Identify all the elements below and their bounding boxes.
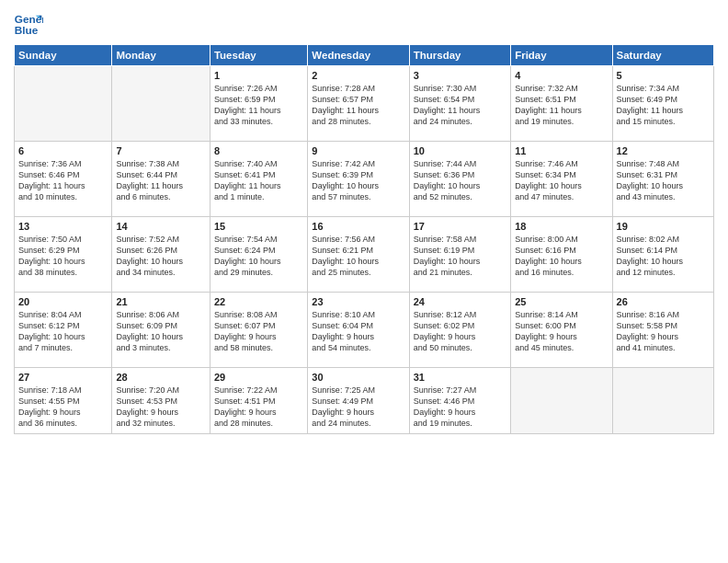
calendar-cell: 8Sunrise: 7:40 AM Sunset: 6:41 PM Daylig… xyxy=(210,142,307,217)
day-detail: Sunrise: 7:46 AM Sunset: 6:34 PM Dayligh… xyxy=(515,158,608,203)
calendar-cell: 6Sunrise: 7:36 AM Sunset: 6:46 PM Daylig… xyxy=(15,142,112,217)
day-number: 26 xyxy=(617,296,710,307)
calendar-cell: 4Sunrise: 7:32 AM Sunset: 6:51 PM Daylig… xyxy=(511,66,612,142)
day-number: 6 xyxy=(18,145,108,156)
day-detail: Sunrise: 7:42 AM Sunset: 6:39 PM Dayligh… xyxy=(312,158,404,203)
day-number: 10 xyxy=(414,145,506,156)
calendar-cell: 27Sunrise: 7:18 AM Sunset: 4:55 PM Dayli… xyxy=(15,368,112,434)
day-number: 12 xyxy=(617,145,710,156)
day-number: 29 xyxy=(214,372,303,383)
dow-header-monday: Monday xyxy=(112,45,210,66)
day-detail: Sunrise: 7:34 AM Sunset: 6:49 PM Dayligh… xyxy=(617,83,710,128)
day-number: 22 xyxy=(214,296,303,307)
day-detail: Sunrise: 7:20 AM Sunset: 4:53 PM Dayligh… xyxy=(116,385,205,430)
calendar-cell: 12Sunrise: 7:48 AM Sunset: 6:31 PM Dayli… xyxy=(612,142,713,217)
logo: General Blue xyxy=(14,9,43,39)
day-number: 30 xyxy=(312,372,404,383)
dow-header-wednesday: Wednesday xyxy=(308,45,409,66)
day-detail: Sunrise: 8:04 AM Sunset: 6:12 PM Dayligh… xyxy=(18,309,108,354)
day-detail: Sunrise: 7:26 AM Sunset: 6:59 PM Dayligh… xyxy=(214,83,303,128)
logo-icon: General Blue xyxy=(14,9,43,39)
day-detail: Sunrise: 8:06 AM Sunset: 6:09 PM Dayligh… xyxy=(116,309,205,354)
calendar-cell: 3Sunrise: 7:30 AM Sunset: 6:54 PM Daylig… xyxy=(409,66,510,142)
day-number: 31 xyxy=(414,372,506,383)
calendar-cell: 17Sunrise: 7:58 AM Sunset: 6:19 PM Dayli… xyxy=(409,217,510,293)
calendar-cell: 23Sunrise: 8:10 AM Sunset: 6:04 PM Dayli… xyxy=(308,293,409,368)
calendar-cell: 16Sunrise: 7:56 AM Sunset: 6:21 PM Dayli… xyxy=(308,217,409,293)
day-detail: Sunrise: 8:02 AM Sunset: 6:14 PM Dayligh… xyxy=(617,234,710,279)
dow-header-friday: Friday xyxy=(511,45,612,66)
day-number: 23 xyxy=(312,296,404,307)
dow-header-sunday: Sunday xyxy=(15,45,112,66)
calendar-cell xyxy=(612,368,713,434)
calendar-cell: 7Sunrise: 7:38 AM Sunset: 6:44 PM Daylig… xyxy=(112,142,210,217)
calendar-cell: 24Sunrise: 8:12 AM Sunset: 6:02 PM Dayli… xyxy=(409,293,510,368)
day-number: 15 xyxy=(214,221,303,232)
calendar-cell: 31Sunrise: 7:27 AM Sunset: 4:46 PM Dayli… xyxy=(409,368,510,434)
day-detail: Sunrise: 8:10 AM Sunset: 6:04 PM Dayligh… xyxy=(312,309,404,354)
day-number: 20 xyxy=(18,296,108,307)
day-number: 16 xyxy=(312,221,404,232)
day-detail: Sunrise: 8:14 AM Sunset: 6:00 PM Dayligh… xyxy=(515,309,608,354)
calendar-cell: 15Sunrise: 7:54 AM Sunset: 6:24 PM Dayli… xyxy=(210,217,307,293)
calendar-cell: 1Sunrise: 7:26 AM Sunset: 6:59 PM Daylig… xyxy=(210,66,307,142)
day-number: 5 xyxy=(617,70,710,81)
day-number: 24 xyxy=(414,296,506,307)
calendar-cell: 29Sunrise: 7:22 AM Sunset: 4:51 PM Dayli… xyxy=(210,368,307,434)
calendar-cell: 28Sunrise: 7:20 AM Sunset: 4:53 PM Dayli… xyxy=(112,368,210,434)
day-number: 28 xyxy=(116,372,205,383)
dow-header-saturday: Saturday xyxy=(612,45,713,66)
calendar-cell: 26Sunrise: 8:16 AM Sunset: 5:58 PM Dayli… xyxy=(612,293,713,368)
day-detail: Sunrise: 7:18 AM Sunset: 4:55 PM Dayligh… xyxy=(18,385,108,430)
day-detail: Sunrise: 7:52 AM Sunset: 6:26 PM Dayligh… xyxy=(116,234,205,279)
day-detail: Sunrise: 8:16 AM Sunset: 5:58 PM Dayligh… xyxy=(617,309,710,354)
dow-header-tuesday: Tuesday xyxy=(210,45,307,66)
day-number: 8 xyxy=(214,145,303,156)
day-number: 17 xyxy=(414,221,506,232)
day-detail: Sunrise: 8:12 AM Sunset: 6:02 PM Dayligh… xyxy=(414,309,506,354)
calendar-cell: 14Sunrise: 7:52 AM Sunset: 6:26 PM Dayli… xyxy=(112,217,210,293)
day-number: 9 xyxy=(312,145,404,156)
calendar-cell: 19Sunrise: 8:02 AM Sunset: 6:14 PM Dayli… xyxy=(612,217,713,293)
day-detail: Sunrise: 7:30 AM Sunset: 6:54 PM Dayligh… xyxy=(414,83,506,128)
calendar-cell: 10Sunrise: 7:44 AM Sunset: 6:36 PM Dayli… xyxy=(409,142,510,217)
calendar-cell: 9Sunrise: 7:42 AM Sunset: 6:39 PM Daylig… xyxy=(308,142,409,217)
calendar-cell: 2Sunrise: 7:28 AM Sunset: 6:57 PM Daylig… xyxy=(308,66,409,142)
day-detail: Sunrise: 7:58 AM Sunset: 6:19 PM Dayligh… xyxy=(414,234,506,279)
dow-header-thursday: Thursday xyxy=(409,45,510,66)
day-number: 25 xyxy=(515,296,608,307)
calendar-cell: 13Sunrise: 7:50 AM Sunset: 6:29 PM Dayli… xyxy=(15,217,112,293)
day-detail: Sunrise: 7:44 AM Sunset: 6:36 PM Dayligh… xyxy=(414,158,506,203)
calendar-cell xyxy=(15,66,112,142)
day-number: 7 xyxy=(116,145,205,156)
calendar-cell: 18Sunrise: 8:00 AM Sunset: 6:16 PM Dayli… xyxy=(511,217,612,293)
day-detail: Sunrise: 8:08 AM Sunset: 6:07 PM Dayligh… xyxy=(214,309,303,354)
calendar-cell: 25Sunrise: 8:14 AM Sunset: 6:00 PM Dayli… xyxy=(511,293,612,368)
calendar-cell: 20Sunrise: 8:04 AM Sunset: 6:12 PM Dayli… xyxy=(15,293,112,368)
calendar-cell: 11Sunrise: 7:46 AM Sunset: 6:34 PM Dayli… xyxy=(511,142,612,217)
day-detail: Sunrise: 7:38 AM Sunset: 6:44 PM Dayligh… xyxy=(116,158,205,203)
day-number: 13 xyxy=(18,221,108,232)
day-detail: Sunrise: 7:32 AM Sunset: 6:51 PM Dayligh… xyxy=(515,83,608,128)
svg-text:Blue: Blue xyxy=(15,24,39,36)
calendar-page: General Blue SundayMondayTuesdayWednesda… xyxy=(0,0,728,563)
day-number: 14 xyxy=(116,221,205,232)
day-detail: Sunrise: 7:48 AM Sunset: 6:31 PM Dayligh… xyxy=(617,158,710,203)
day-number: 3 xyxy=(414,70,506,81)
calendar-cell: 21Sunrise: 8:06 AM Sunset: 6:09 PM Dayli… xyxy=(112,293,210,368)
day-detail: Sunrise: 7:36 AM Sunset: 6:46 PM Dayligh… xyxy=(18,158,108,203)
calendar-cell: 30Sunrise: 7:25 AM Sunset: 4:49 PM Dayli… xyxy=(308,368,409,434)
day-number: 2 xyxy=(312,70,404,81)
day-detail: Sunrise: 7:40 AM Sunset: 6:41 PM Dayligh… xyxy=(214,158,303,203)
day-detail: Sunrise: 7:27 AM Sunset: 4:46 PM Dayligh… xyxy=(414,385,506,430)
calendar-cell xyxy=(511,368,612,434)
day-number: 19 xyxy=(617,221,710,232)
day-detail: Sunrise: 7:54 AM Sunset: 6:24 PM Dayligh… xyxy=(214,234,303,279)
calendar-table: SundayMondayTuesdayWednesdayThursdayFrid… xyxy=(14,44,714,434)
day-detail: Sunrise: 7:25 AM Sunset: 4:49 PM Dayligh… xyxy=(312,385,404,430)
day-detail: Sunrise: 8:00 AM Sunset: 6:16 PM Dayligh… xyxy=(515,234,608,279)
day-detail: Sunrise: 7:28 AM Sunset: 6:57 PM Dayligh… xyxy=(312,83,404,128)
day-detail: Sunrise: 7:56 AM Sunset: 6:21 PM Dayligh… xyxy=(312,234,404,279)
day-number: 21 xyxy=(116,296,205,307)
day-number: 27 xyxy=(18,372,108,383)
